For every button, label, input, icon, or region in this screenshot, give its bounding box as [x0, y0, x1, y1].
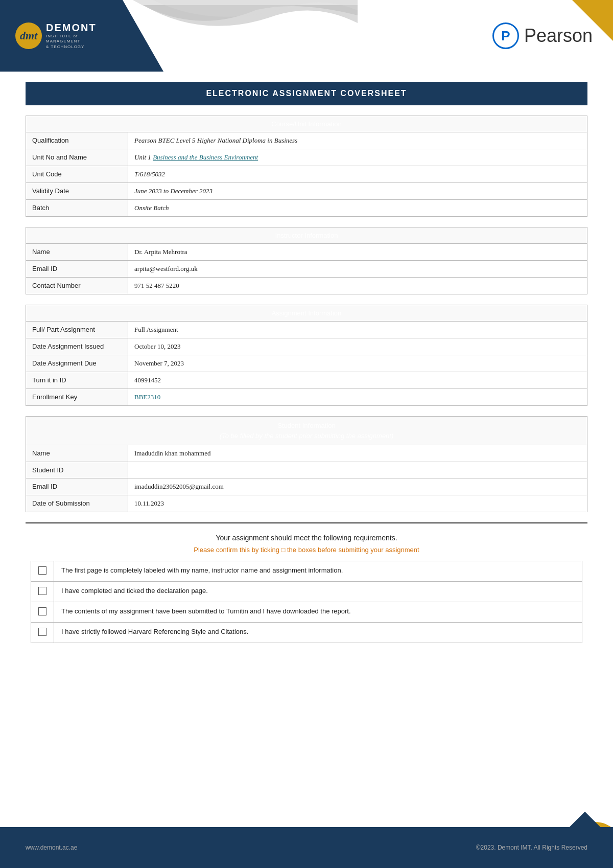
checkbox-cell-3[interactable]	[31, 602, 54, 623]
footer-website: www.demont.ac.ae	[26, 844, 77, 851]
instructor-info-table: Instructor Information Name Dr. Arpita M…	[26, 227, 587, 294]
table-row: Turn it in ID 40991452	[26, 372, 587, 389]
submission-date-label: Date of Submission	[26, 495, 128, 512]
checkbox-cell-2[interactable]	[31, 582, 54, 602]
student-id-label: Student ID	[26, 462, 128, 478]
submission-date-value: 10.11.2023	[128, 495, 587, 512]
req-text-2: I have completed and ticked the declarat…	[54, 582, 582, 602]
requirement-row: The first page is completely labeled wit…	[31, 561, 582, 582]
requirements-section: Your assignment should meet the followin…	[26, 534, 587, 643]
checkbox-4[interactable]	[38, 628, 46, 636]
batch-value: Onsite Batch	[128, 200, 587, 217]
table-row: Full/ Part Assignment Full Assignment	[26, 322, 587, 338]
course-info-table: Course/Unit Information Qualification Pe…	[26, 116, 587, 217]
checkbox-2[interactable]	[38, 587, 46, 595]
req-text-1: The first page is completely labeled wit…	[54, 561, 582, 582]
section-divider	[26, 522, 587, 523]
table-row: Email ID imaduddin23052005@gmail.com	[26, 478, 587, 495]
table-row: Date of Submission 10.11.2023	[26, 495, 587, 512]
email-label: Email ID	[26, 261, 128, 278]
unit-code-value: T/618/5032	[128, 166, 587, 183]
dmt-text: DEMONT INSTITUTE of MANAGEMENT & TECHNOL…	[46, 22, 97, 50]
checkbox-1[interactable]	[38, 566, 46, 575]
date-due-label: Date Assignment Due	[26, 355, 128, 372]
requirement-row: The contents of my assignment have been …	[31, 602, 582, 623]
requirement-row: I have strictly followed Harvard Referen…	[31, 623, 582, 643]
unit-code-label: Unit Code	[26, 166, 128, 183]
dmt-subtitle: INSTITUTE of MANAGEMENT & TECHNOLOGY	[46, 34, 97, 50]
batch-label: Batch	[26, 200, 128, 217]
table-row: Validity Date June 2023 to December 2023	[26, 183, 587, 200]
qual-label: Qualification	[26, 132, 128, 149]
table-row: Name Imaduddin khan mohammed	[26, 445, 587, 462]
dmt-logo: dmt DEMONT INSTITUTE of MANAGEMENT & TEC…	[15, 22, 97, 50]
main-content: ELECTRONIC ASSIGNMENT COVERSHEET Course/…	[0, 72, 613, 664]
table-row: Qualification Pearson BTEC Level 5 Highe…	[26, 132, 587, 149]
unit-value: Unit 1 Business and the Business Environ…	[128, 149, 587, 166]
requirements-table: The first page is completely labeled wit…	[31, 561, 582, 643]
student-email-label: Email ID	[26, 478, 128, 495]
name-label: Name	[26, 244, 128, 261]
checkbox-3[interactable]	[38, 607, 46, 615]
table-row: Date Assignment Due November 7, 2023	[26, 355, 587, 372]
dmt-icon: dmt	[15, 22, 42, 49]
turnitin-value: 40991452	[128, 372, 587, 389]
turnitin-label: Turn it in ID	[26, 372, 128, 389]
checkbox-cell-1[interactable]	[31, 561, 54, 582]
contact-label: Contact Number	[26, 278, 128, 294]
assignment-info-table: Assignment Information Full/ Part Assign…	[26, 305, 587, 406]
date-issued-label: Date Assignment Issued	[26, 338, 128, 355]
table-row: Contact Number 971 52 487 5220	[26, 278, 587, 294]
table-row: Email ID arpita@westford.org.uk	[26, 261, 587, 278]
footer-copyright: ©2023. Demont IMT. All Rights Reserved	[476, 844, 587, 851]
student-info-header: Student Information (To be filled by the…	[26, 417, 587, 445]
student-info-table: Student Information (To be filled by the…	[26, 416, 587, 512]
header-wave	[102, 0, 358, 72]
assignment-info-header: Assignment Information	[26, 305, 587, 322]
enrollment-label: Enrollment Key	[26, 389, 128, 406]
requirements-title: Your assignment should meet the followin…	[31, 534, 582, 542]
table-row: Enrollment Key BBE2310	[26, 389, 587, 406]
footer: www.demont.ac.ae ©2023. Demont IMT. All …	[0, 827, 613, 868]
checkbox-cell-4[interactable]	[31, 623, 54, 643]
pearson-icon: P	[492, 22, 519, 49]
req-text-3: The contents of my assignment have been …	[54, 602, 582, 623]
table-row: Batch Onsite Batch	[26, 200, 587, 217]
header: dmt DEMONT INSTITUTE of MANAGEMENT & TEC…	[0, 0, 613, 72]
demont-name: DEMONT	[46, 22, 97, 34]
requirement-row: I have completed and ticked the declarat…	[31, 582, 582, 602]
corner-decoration-top-right	[572, 0, 613, 41]
table-row: Student ID	[26, 462, 587, 478]
date-due-value: November 7, 2023	[128, 355, 587, 372]
qual-value: Pearson BTEC Level 5 Higher National Dip…	[128, 132, 587, 149]
req-text-4: I have strictly followed Harvard Referen…	[54, 623, 582, 643]
requirements-confirm: Please confirm this by ticking □ the box…	[31, 546, 582, 554]
instructor-info-header: Instructor Information	[26, 227, 587, 244]
date-issued-value: October 10, 2023	[128, 338, 587, 355]
table-row: Date Assignment Issued October 10, 2023	[26, 338, 587, 355]
table-row: Unit No and Name Unit 1 Business and the…	[26, 149, 587, 166]
student-name-value: Imaduddin khan mohammed	[128, 445, 587, 462]
full-part-value: Full Assignment	[128, 322, 587, 338]
full-part-label: Full/ Part Assignment	[26, 322, 128, 338]
name-value: Dr. Arpita Mehrotra	[128, 244, 587, 261]
table-row: Unit Code T/618/5032	[26, 166, 587, 183]
table-row: Name Dr. Arpita Mehrotra	[26, 244, 587, 261]
validity-label: Validity Date	[26, 183, 128, 200]
student-id-value	[128, 462, 587, 478]
student-email-value: imaduddin23052005@gmail.com	[128, 478, 587, 495]
contact-value: 971 52 487 5220	[128, 278, 587, 294]
course-info-header: Course/Unit Information	[26, 116, 587, 132]
enrollment-value: BBE2310	[128, 389, 587, 406]
email-value: arpita@westford.org.uk	[128, 261, 587, 278]
validity-value: June 2023 to December 2023	[128, 183, 587, 200]
student-name-label: Name	[26, 445, 128, 462]
unit-label: Unit No and Name	[26, 149, 128, 166]
coversheet-title: ELECTRONIC ASSIGNMENT COVERSHEET	[26, 82, 587, 105]
